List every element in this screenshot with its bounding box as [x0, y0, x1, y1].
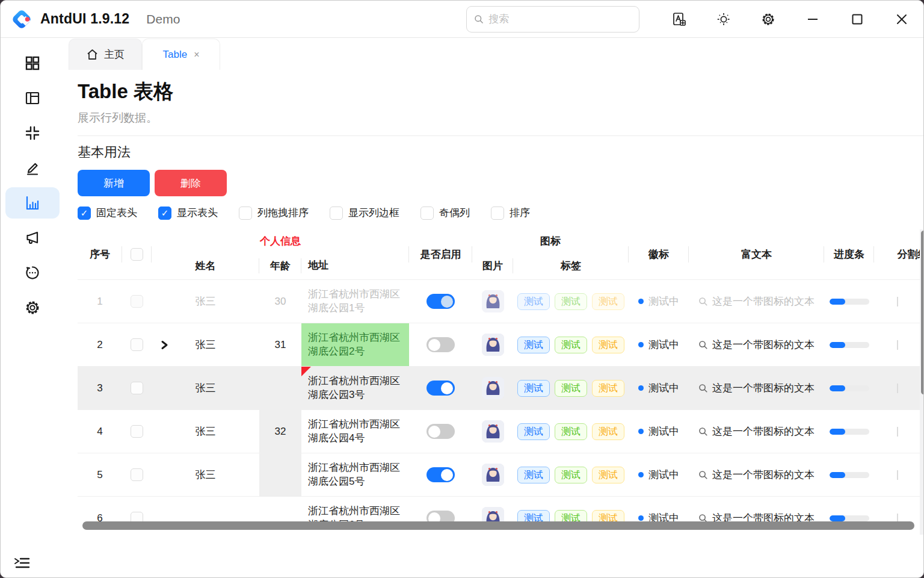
row-checkbox[interactable] — [131, 425, 143, 438]
search-input[interactable] — [488, 13, 632, 25]
progress-bar — [830, 429, 869, 435]
table-row[interactable]: 5 张三 浙江省杭州市西湖区湖底公园5号 测试 测试 — [78, 453, 924, 497]
name-cell: 张三 — [152, 453, 259, 496]
rich-text: 这是一个带图标的文本 — [712, 338, 815, 352]
option-fixed-header[interactable]: ✓ 固定表头 — [78, 206, 137, 220]
add-button[interactable]: 新增 — [78, 170, 150, 196]
sidebar-item-announcement[interactable] — [5, 222, 60, 253]
app-title: AntdUI 1.9.12 — [40, 11, 129, 27]
checkbox-checked-icon[interactable]: ✓ — [78, 207, 91, 220]
header-index[interactable]: 序号 — [78, 229, 122, 279]
tab-home-label: 主页 — [104, 48, 125, 61]
app-subtitle: Demo — [146, 12, 180, 26]
name-cell: 张三 — [196, 338, 216, 352]
sidebar-item-layout[interactable] — [5, 82, 60, 114]
divider-mark — [897, 297, 898, 306]
maximize-button[interactable] — [844, 6, 870, 33]
settings-gear-button[interactable] — [755, 6, 781, 33]
page-subtitle: 展示行列数据。 — [78, 110, 923, 126]
table-row-selected[interactable]: 3 张三 浙江省杭州市西湖区湖底公园3号 测试 测试 — [78, 367, 924, 410]
header-tags[interactable]: 标签 — [513, 252, 629, 279]
enabled-toggle[interactable] — [427, 381, 455, 396]
expand-row-button[interactable] — [160, 340, 169, 350]
tag: 测试 — [555, 423, 587, 440]
enabled-toggle[interactable] — [427, 424, 455, 439]
age-cell: 31 — [259, 323, 301, 366]
font-size-button[interactable] — [666, 6, 692, 33]
row-index: 1 — [78, 280, 122, 323]
horizontal-scrollbar-thumb[interactable] — [82, 521, 914, 530]
sidebar — [1, 38, 64, 577]
checkbox-unchecked-icon[interactable] — [420, 207, 434, 220]
progress-bar — [830, 342, 869, 348]
close-button[interactable] — [889, 6, 915, 33]
option-zebra[interactable]: 奇偶列 — [420, 206, 470, 220]
avatar — [482, 334, 504, 356]
option-drag-sort[interactable]: 列拖拽排序 — [239, 206, 309, 220]
option-sort[interactable]: 排序 — [491, 206, 530, 220]
header-badge[interactable]: 徽标 — [629, 229, 689, 279]
tag: 测试 — [592, 467, 624, 483]
option-column-border[interactable]: 显示列边框 — [330, 206, 399, 220]
address-cell: 浙江省杭州市西湖区湖底公园1号 — [301, 280, 409, 323]
vertical-scrollbar[interactable] — [920, 229, 924, 535]
header-enabled[interactable]: 是否启用 — [409, 229, 472, 279]
header-image[interactable]: 图片 — [472, 252, 513, 279]
header-address[interactable]: 地址 — [301, 252, 409, 279]
sidebar-item-overview[interactable] — [5, 48, 60, 79]
table-row[interactable]: 1 张三 30 浙江省杭州市西湖区湖底公园1号 测试 测试 — [78, 280, 924, 323]
checkbox-unchecked-icon[interactable] — [239, 207, 252, 220]
search-icon — [474, 14, 484, 25]
header-age[interactable]: 年龄 — [259, 252, 301, 279]
header-divider[interactable]: 分割线 — [874, 229, 924, 279]
tag: 测试 — [555, 337, 587, 353]
row-index: 2 — [78, 323, 122, 366]
header-progress[interactable]: 进度条 — [824, 229, 874, 279]
tab-table-active[interactable]: Table × — [142, 39, 220, 70]
avatar — [482, 420, 504, 443]
theme-brightness-button[interactable] — [710, 6, 737, 33]
tab-home[interactable]: 主页 — [69, 39, 142, 70]
search-icon — [698, 384, 708, 393]
tag: 测试 — [592, 293, 624, 310]
table-options: ✓ 固定表头 ✓ 显示表头 列拖拽排序 显示列边框 — [78, 206, 923, 220]
sidebar-item-edit[interactable] — [5, 152, 60, 184]
sidebar-item-charts-selected[interactable] — [5, 187, 60, 219]
address-cell: 浙江省杭州市西湖区湖底公园5号 — [301, 453, 409, 496]
search-box[interactable] — [466, 6, 639, 33]
status-dot — [638, 299, 644, 304]
sidebar-item-messages[interactable] — [5, 257, 60, 288]
table-row[interactable]: 4 张三 32 浙江省杭州市西湖区湖底公园4号 测试 测试 — [78, 410, 924, 453]
status-badge: 测试中 — [648, 294, 679, 308]
sidebar-item-shrink[interactable] — [5, 117, 60, 149]
name-cell: 张三 — [152, 410, 259, 453]
age-cell-merged — [259, 367, 301, 409]
enabled-toggle[interactable] — [427, 294, 455, 309]
delete-button[interactable]: 删除 — [155, 170, 227, 196]
vertical-scrollbar-thumb[interactable] — [921, 231, 924, 394]
menu-unfold-button[interactable] — [14, 556, 30, 570]
status-badge: 测试中 — [648, 338, 679, 352]
header-group-icon: 图标 图片 标签 — [472, 229, 629, 279]
row-checkbox[interactable] — [131, 338, 143, 351]
header-richtext[interactable]: 富文本 — [689, 229, 824, 279]
tag: 测试 — [592, 337, 624, 353]
table-row[interactable]: 2 张三 31 浙江省杭州市西湖区湖底公园2号 — [78, 323, 924, 367]
sidebar-item-settings[interactable] — [5, 292, 60, 323]
divider-mark — [897, 384, 898, 393]
enabled-toggle[interactable] — [427, 337, 455, 352]
enabled-toggle[interactable] — [427, 467, 455, 482]
checkbox-unchecked-icon[interactable] — [491, 207, 504, 220]
checkbox-unchecked-icon[interactable] — [330, 207, 343, 220]
header-name[interactable]: 姓名 — [152, 252, 259, 279]
row-checkbox[interactable] — [131, 468, 143, 481]
tab-close-icon[interactable]: × — [194, 49, 199, 60]
search-icon — [698, 470, 708, 480]
select-all-checkbox[interactable] — [131, 248, 143, 261]
row-checkbox[interactable] — [131, 382, 143, 394]
option-show-header[interactable]: ✓ 显示表头 — [158, 206, 218, 220]
row-checkbox[interactable] — [131, 295, 143, 308]
checkbox-checked-icon[interactable]: ✓ — [158, 207, 171, 220]
minimize-button[interactable] — [799, 6, 826, 33]
tag: 测试 — [517, 380, 550, 397]
